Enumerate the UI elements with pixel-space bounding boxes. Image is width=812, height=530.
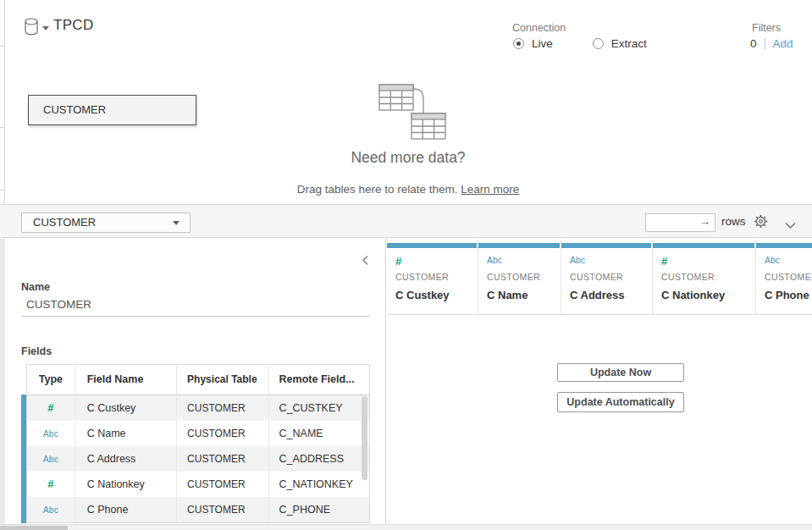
header-remote-field[interactable]: Remote Field... [269,365,369,395]
number-type-icon: # [395,255,401,268]
divider [765,38,765,49]
radio-live-label[interactable]: Live [532,37,553,50]
row-limit-box: → [645,213,715,232]
drag-hint-text: Drag tables here to relate them. [297,183,458,196]
header-field-name[interactable]: Field Name [75,365,177,395]
string-type-icon: Abc [765,255,780,265]
remote-field-cell: C_CUSTKEY [269,395,369,421]
column-table-label: CUSTOMER [570,272,623,282]
field-name-cell: C Phone [75,497,177,522]
column-field-label: C Phone [765,289,809,301]
filters-label: Filters [752,22,781,34]
row-limit-input[interactable] [648,215,699,230]
add-filter-link[interactable]: Add [773,37,793,50]
grid-column-header[interactable]: # CUSTOMER C Nationkey [653,240,756,315]
filters-count: 0 [750,37,757,50]
collapse-panel-icon[interactable] [362,254,369,269]
apply-rows-arrow-icon[interactable]: → [699,215,710,228]
field-name-cell: C Nationkey [75,472,177,497]
radio-extract-label[interactable]: Extract [611,37,647,50]
fields-table: Type Field Name Physical Table Remote Fi… [26,364,370,523]
logical-table-card[interactable]: CUSTOMER [28,95,196,125]
string-type-icon: Abc [487,255,502,265]
physical-table-cell: CUSTOMER [177,421,268,446]
header-physical-table[interactable]: Physical Table [177,365,268,395]
gear-icon[interactable] [754,214,768,232]
table-selector-dropdown[interactable]: CUSTOMER [21,213,191,233]
number-type-icon[interactable]: # [47,478,53,490]
horizontal-scrollbar-track[interactable] [0,524,812,530]
rows-label: rows [721,215,746,228]
vertical-scrollbar[interactable] [362,396,367,480]
physical-table-cell: CUSTOMER [177,395,268,421]
name-input[interactable]: CUSTOMER [21,298,370,317]
column-field-label: C Address [570,289,625,301]
tableau-datasource-page: TPCD Connection Live Extract Filters 0 A… [0,0,812,530]
column-accent-bar [478,243,560,248]
horizontal-scrollbar-thumb[interactable] [0,526,68,530]
string-type-icon[interactable]: Abc [43,454,58,464]
grid-column-header[interactable]: # CUSTOMER C Custkey [387,240,478,315]
number-type-icon[interactable]: # [47,401,53,414]
database-menu-caret-icon[interactable] [42,26,49,30]
physical-table-cell: CUSTOMER [177,446,268,472]
fields-table-header: Type Field Name Physical Table Remote Fi… [27,365,369,395]
empty-state-title: Need more data? [0,149,812,167]
selected-table-accent-bar [21,395,26,523]
table-row[interactable]: Abc C Name CUSTOMER C_NAME [27,421,369,446]
table-row[interactable]: # C Custkey CUSTOMER C_CUSTKEY [27,395,369,421]
table-row[interactable]: Abc C Phone CUSTOMER C_PHONE [27,497,369,522]
grid-column-header[interactable]: Abc CUSTOMER C Phone [756,240,812,315]
remote-field-cell: C_ADDRESS [269,446,369,472]
column-field-label: C Name [487,289,528,301]
column-table-label: CUSTOMER [661,272,715,282]
remote-field-cell: C_NATIONKEY [269,472,369,497]
empty-state-hint: Drag tables here to relate them. Learn m… [0,183,812,196]
remote-field-cell: C_NAME [269,421,369,446]
string-type-icon: Abc [570,255,585,265]
radio-live[interactable] [513,38,524,49]
relate-tables-icon [371,78,449,144]
fields-label: Fields [21,345,52,357]
column-accent-bar [756,243,812,248]
collapsed-pane-edge [0,0,5,525]
field-name-cell: C Custkey [75,395,177,421]
column-table-label: CUSTOMER [395,272,449,282]
grid-column-header[interactable]: Abc CUSTOMER C Name [478,240,561,315]
table-row[interactable]: Abc C Address CUSTOMER C_ADDRESS [27,446,369,472]
collapse-grid-chevron-icon[interactable] [785,218,796,233]
string-type-icon[interactable]: Abc [43,505,58,515]
table-row[interactable]: # C Nationkey CUSTOMER C_NATIONKEY [27,472,369,497]
column-accent-bar [387,243,477,248]
radio-extract[interactable] [593,38,604,49]
learn-more-link[interactable]: Learn more [461,183,519,196]
string-type-icon[interactable]: Abc [43,428,58,439]
physical-table-cell: CUSTOMER [177,472,268,497]
table-row-partial [27,522,369,523]
datasource-title[interactable]: TPCD [53,17,93,34]
name-label: Name [21,281,50,293]
column-accent-bar [561,243,651,248]
chevron-down-icon [173,221,180,225]
table-selector-value: CUSTOMER [33,216,96,229]
field-name-cell: C Address [75,446,177,472]
column-field-label: C Nationkey [661,289,725,301]
update-automatically-button[interactable]: Update Automatically [557,392,684,412]
column-table-label: CUSTOMER [765,272,812,282]
grid-column-header[interactable]: Abc CUSTOMER C Address [561,240,653,315]
number-type-icon: # [661,255,667,268]
database-icon[interactable] [24,18,39,39]
connection-label: Connection [512,22,566,34]
column-field-label: C Custkey [395,289,450,301]
field-name-cell: C Name [75,421,177,446]
column-table-label: CUSTOMER [487,272,540,282]
column-accent-bar [653,243,754,248]
physical-table-cell: CUSTOMER [177,497,268,522]
panel-divider [385,238,386,525]
remote-field-cell: C_PHONE [269,497,369,522]
grid-toolbar: CUSTOMER → rows [0,204,812,238]
header-type[interactable]: Type [27,365,75,395]
update-now-button[interactable]: Update Now [557,363,684,382]
